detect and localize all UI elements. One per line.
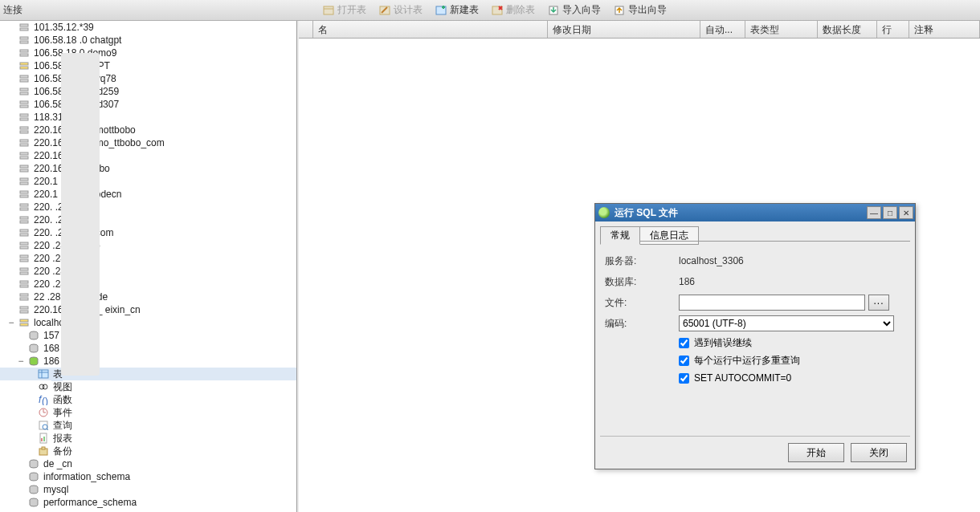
server-item[interactable]: 118.31.7 5 [0,111,296,124]
svg-rect-15 [20,75,28,78]
server-item[interactable]: 220 .28 wzy [0,278,296,291]
db-item[interactable]: de _cn [0,457,296,470]
db-node-0[interactable]: 表 [0,368,296,380]
col-comment[interactable]: 注释 [909,21,980,38]
server-item[interactable]: 106.58.18 00-wq78 [0,72,296,85]
tree-node-icon [27,458,40,469]
chk-multi-query[interactable] [679,356,689,366]
encoding-select[interactable]: 65001 (UTF-8) [679,315,894,331]
svg-rect-75 [42,447,45,449]
delete-table-button[interactable]: 删除表 [485,0,541,21]
server-item[interactable]: 220.16 .26 jd [0,149,296,162]
svg-rect-10 [20,41,28,43]
server-item[interactable]: 106.58.18 0 demo9 [0,47,296,59]
db-item[interactable]: mysql [0,483,296,496]
label-file: 文件: [605,296,679,310]
browse-button[interactable]: ... [868,295,889,311]
tree-node-icon [37,381,50,392]
db-active[interactable]: −186 [0,355,296,368]
svg-rect-26 [20,144,28,146]
db-node-5[interactable]: 报表 [0,432,296,445]
open-table-button[interactable]: 打开表 [316,0,373,21]
col-modify[interactable]: 修改日期 [548,21,700,38]
server-item[interactable]: 106.58.18 .0 GPT [0,59,296,72]
col-name[interactable]: 名 [313,21,548,38]
tree-node-label: 168 [42,343,59,354]
file-input[interactable] [679,295,865,311]
tree-node-icon [18,291,31,303]
db-node-3[interactable]: 事件 [0,406,296,419]
dialog-titlebar[interactable]: 运行 SQL 文件 — □ ✕ [595,204,915,221]
design-table-button[interactable]: 设计表 [373,0,429,21]
tree-node-label: mysql [42,484,68,495]
server-item[interactable]: 220 .28 b. shop [0,239,296,252]
start-button[interactable]: 开始 [788,443,844,462]
minimize-button[interactable]: — [867,206,881,219]
db-node-2[interactable]: f()函数 [0,393,296,406]
db-item[interactable]: information_schema [0,470,296,483]
maximize-button[interactable]: □ [883,206,897,219]
main-toolbar: 连接 打开表 设计表 新建表 删除表 导入向导 导出向导 [0,0,980,21]
export-wizard-button[interactable]: 导出向导 [607,0,673,21]
tree-node-icon [27,356,40,367]
svg-rect-8 [20,28,28,30]
tree-node-label: 事件 [51,406,72,420]
server-item[interactable]: 220 .28 wm [0,265,296,278]
col-auto[interactable]: 自动... [700,21,745,38]
dialog-separator [600,436,910,437]
svg-rect-18 [20,92,28,95]
server-item[interactable]: 220.16 .26 * bobo [0,162,296,175]
server-item[interactable]: 220.165 .28 zs_ eixin_cn [0,303,296,316]
tree-node-icon [18,317,31,328]
server-item[interactable]: 220.165 26 demo_ttbobo_com [0,136,296,149]
db-node-6[interactable]: 备份 [0,445,296,457]
close-button[interactable]: ✕ [899,206,913,219]
server-item[interactable]: 220. .28 [0,201,296,213]
expand-icon[interactable]: − [6,317,16,328]
server-item[interactable]: 220.1 .26- ancodecn [0,188,296,201]
new-table-button[interactable]: 新建表 [429,0,485,21]
tab-log[interactable]: 信息日志 [639,226,699,245]
svg-rect-33 [20,191,28,193]
tree-node-icon [18,163,31,174]
server-item[interactable]: 106.58.18 .0 chatgpt [0,34,296,47]
server-item[interactable]: 220.165 26 demottbobo [0,124,296,136]
expand-icon[interactable]: − [16,356,26,367]
label-encoding: 编码: [605,317,679,331]
db-item[interactable]: performance_schema [0,496,296,509]
server-item[interactable]: 220. .28 b ao_com [0,226,296,239]
toolbar-connection-label: 连接 [0,3,27,17]
import-wizard-button[interactable]: 导入向导 [541,0,607,21]
tree-node-icon [27,330,40,341]
col-type[interactable]: 表类型 [745,21,818,38]
server-localhost[interactable]: −localho _3306 [0,316,296,329]
server-item[interactable]: 220 .28 de [0,252,296,265]
server-item[interactable]: 101.35.12.*39 [0,21,296,34]
db-item[interactable]: 168 [0,342,296,355]
db-item[interactable]: 157 [0,329,296,342]
tree-node-label: 报表 [51,432,72,445]
server-item[interactable]: 106.58.1 00-yzd259 [0,85,296,98]
col-icon[interactable] [299,21,313,38]
svg-rect-32 [20,182,28,185]
db-node-4[interactable]: 查询 [0,419,296,432]
chk-autocommit[interactable] [679,373,689,384]
col-rows[interactable]: 行 [877,21,909,38]
server-item[interactable]: 106.58.1 00-yzd307 [0,98,296,111]
value-server: localhost_3306 [679,255,744,266]
server-item[interactable]: 220.1 .26 [0,175,296,188]
svg-rect-34 [20,195,28,197]
col-len[interactable]: 数据长度 [818,21,877,38]
export-label: 导出向导 [628,3,667,17]
table-new-icon [435,5,447,16]
tree-node-icon [18,176,31,187]
svg-rect-19 [20,101,28,104]
column-headers: 名 修改日期 自动... 表类型 数据长度 行 注释 [299,21,980,39]
tree-node-label: 101.35.12.*39 [32,22,94,33]
server-item[interactable]: 22 .28 you ncode [0,291,296,303]
close-dialog-button[interactable]: 关闭 [851,443,907,462]
chk-continue-on-error[interactable] [679,338,689,348]
db-node-1[interactable]: 视图 [0,380,296,393]
server-item[interactable]: 220. .28 [0,213,296,226]
tab-general[interactable]: 常规 [600,226,640,245]
